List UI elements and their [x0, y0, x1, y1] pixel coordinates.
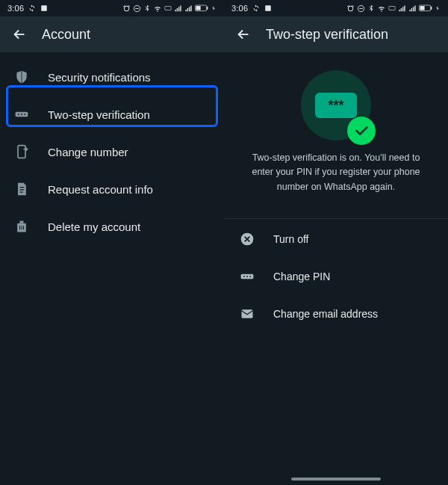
menu-item-request-account-info[interactable]: Request account info: [0, 170, 224, 208]
wifi-icon: [377, 4, 386, 13]
alarm-icon: [122, 4, 131, 13]
dnd-icon: [357, 4, 365, 13]
phone-left: 3:06 Account: [0, 0, 224, 485]
action-change-email-address[interactable]: Change email address: [224, 295, 448, 333]
svg-point-20: [246, 276, 248, 277]
pin-card-icon: ***: [315, 93, 357, 118]
wifi-icon: [153, 4, 162, 13]
pin-dots-icon: [239, 268, 255, 285]
action-label: Change PIN: [273, 271, 330, 282]
svg-point-7: [18, 114, 19, 115]
status-time: 3:06: [231, 4, 248, 13]
svg-point-21: [249, 276, 251, 277]
status-time: 3:06: [7, 4, 24, 13]
svg-rect-0: [41, 5, 47, 11]
svg-rect-22: [242, 309, 253, 318]
svg-rect-16: [431, 6, 432, 9]
account-menu: Security notifications Two-step verifica…: [0, 52, 224, 245]
signal2-icon: [408, 4, 417, 13]
app-square-icon: [40, 4, 48, 12]
dnd-icon: [133, 4, 141, 13]
tsv-actions: Turn off Change PIN Change email address: [224, 220, 448, 333]
action-turn-off[interactable]: Turn off: [224, 220, 448, 258]
sync-icon: [252, 4, 260, 12]
action-label: Turn off: [273, 233, 308, 245]
signal1-icon: [398, 4, 406, 13]
menu-item-label: Change number: [48, 146, 128, 158]
trash-icon: [13, 218, 30, 235]
pin-mask: ***: [328, 99, 343, 112]
mail-icon: [239, 306, 255, 322]
menu-item-label: Two-step verification: [48, 108, 150, 121]
svg-rect-4: [196, 6, 200, 10]
menu-item-security-notifications[interactable]: Security notifications: [0, 58, 224, 96]
nav-indicator: [291, 478, 381, 481]
sync-icon: [28, 4, 36, 12]
bolt-icon: [211, 4, 217, 12]
menu-item-change-number[interactable]: Change number: [0, 133, 224, 170]
menu-item-delete-my-account[interactable]: Delete my account: [0, 208, 224, 245]
action-label: Change email address: [273, 308, 378, 320]
svg-point-8: [21, 114, 22, 115]
back-icon[interactable]: [10, 25, 28, 43]
signal1-icon: [174, 4, 182, 13]
back-icon[interactable]: [234, 25, 252, 43]
volte-icon: [388, 4, 396, 12]
status-bar: 3:06: [224, 0, 448, 16]
page-title: Two-step verification: [266, 27, 388, 43]
document-icon: [13, 181, 30, 197]
sim-swap-icon: [13, 143, 30, 160]
svg-point-19: [243, 276, 245, 277]
action-change-pin[interactable]: Change PIN: [224, 258, 448, 295]
page-title: Account: [42, 27, 90, 43]
tsv-illustration: ***: [301, 70, 371, 140]
volte-icon: [164, 4, 172, 12]
tsv-description: Two-step verification is on. You'll need…: [239, 140, 433, 194]
svg-rect-2: [165, 7, 171, 10]
pin-dots-icon: [13, 106, 30, 123]
battery-icon: [195, 4, 208, 13]
bluetooth-icon: [367, 4, 375, 12]
svg-rect-15: [420, 6, 424, 10]
menu-item-two-step-verification[interactable]: Two-step verification: [0, 96, 224, 133]
bluetooth-icon: [143, 4, 151, 12]
svg-rect-10: [18, 146, 25, 158]
app-square-icon: [264, 4, 272, 12]
signal2-icon: [184, 4, 193, 13]
tsv-hero: *** Two-step verification is on. You'll …: [224, 52, 448, 208]
svg-rect-11: [265, 5, 271, 11]
alarm-icon: [346, 4, 355, 13]
app-bar: Two-step verification: [224, 16, 448, 52]
status-bar: 3:06: [0, 0, 224, 16]
menu-item-label: Delete my account: [48, 220, 140, 233]
bolt-icon: [435, 4, 441, 12]
separator: [224, 218, 448, 219]
dual-screenshot: 3:06 Account: [0, 0, 448, 485]
close-circle-icon: [239, 231, 255, 247]
battery-icon: [419, 4, 432, 13]
app-bar: Account: [0, 16, 224, 52]
checkmark-badge-icon: [347, 117, 376, 145]
shield-icon: [13, 69, 30, 85]
svg-point-9: [24, 114, 25, 115]
svg-rect-5: [207, 6, 208, 9]
svg-rect-13: [389, 7, 395, 10]
menu-item-label: Request account info: [48, 183, 153, 196]
menu-item-label: Security notifications: [48, 71, 151, 84]
phone-right: 3:06 Two-step verification: [224, 0, 448, 485]
